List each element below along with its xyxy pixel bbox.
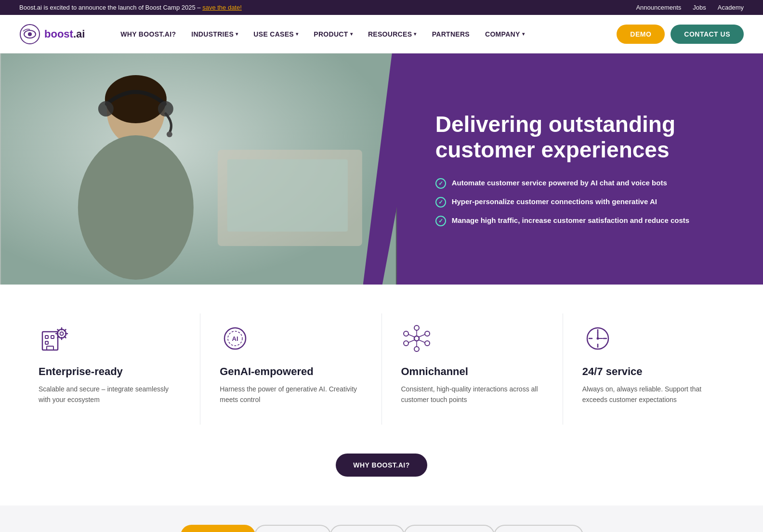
why-section: WHY BOOST.AI? <box>0 444 763 506</box>
svg-point-10 <box>167 131 172 137</box>
check-icon-2 <box>435 197 446 208</box>
resources-chevron: ▾ <box>414 31 416 37</box>
nav-resources[interactable]: RESOURCES ▾ <box>361 26 423 42</box>
use-cases-chevron: ▾ <box>296 31 298 37</box>
nav-company[interactable]: COMPANY ▾ <box>478 26 531 42</box>
svg-point-33 <box>425 331 430 336</box>
product-chevron: ▾ <box>350 31 353 37</box>
svg-point-32 <box>414 325 419 330</box>
svg-point-51 <box>596 337 599 340</box>
logo[interactable]: boost.ai <box>19 24 85 45</box>
svg-rect-15 <box>51 336 54 338</box>
feature-desc-enterprise: Scalable and secure – integrate seamless… <box>39 384 181 405</box>
nav-use-cases[interactable]: USE CASES ▾ <box>247 26 305 42</box>
demo-button[interactable]: DEMO <box>617 25 665 44</box>
svg-point-37 <box>404 331 408 336</box>
svg-point-35 <box>414 347 419 351</box>
announcement-text: Boost.ai is excited to announce the laun… <box>19 4 242 11</box>
hero-point-2: Hyper-personalize customer connections w… <box>435 196 734 208</box>
svg-text:AI: AI <box>232 335 238 342</box>
svg-rect-13 <box>42 332 58 350</box>
feature-title-service: 24/7 service <box>582 365 724 378</box>
announcements-link[interactable]: Announcements <box>636 4 681 11</box>
svg-line-42 <box>408 340 414 343</box>
feature-enterprise: Enterprise-ready Scalable and secure – i… <box>19 313 200 425</box>
nav-why-boost[interactable]: WHY BOOST.AI? <box>114 26 183 42</box>
top-nav-links: Announcements Jobs Academy <box>636 4 744 11</box>
svg-rect-14 <box>45 336 48 338</box>
network-icon <box>401 323 432 354</box>
feature-desc-omnichannel: Consistent, high-quality interactions ac… <box>401 384 543 405</box>
feature-service: 24/7 service Always on, always reliable.… <box>563 313 744 425</box>
tab-use-cases[interactable]: USE CASES <box>254 525 331 532</box>
building-gear-icon <box>39 323 69 354</box>
hero-person-image <box>0 53 397 285</box>
nav-partners[interactable]: PARTNERS <box>425 26 476 42</box>
hero-section: Delivering outstanding customer experien… <box>0 53 763 285</box>
feature-genai: AI GenAI-empowered Harness the power of … <box>200 313 382 425</box>
academy-link[interactable]: Academy <box>718 4 744 11</box>
feature-title-genai: GenAI-empowered <box>220 365 362 378</box>
svg-point-36 <box>404 341 408 346</box>
feature-title-enterprise: Enterprise-ready <box>39 365 181 378</box>
logo-icon <box>19 24 40 45</box>
svg-line-43 <box>408 335 414 337</box>
feature-omnichannel: Omnichannel Consistent, high-quality int… <box>382 313 563 425</box>
svg-point-7 <box>78 135 194 280</box>
industries-chevron: ▾ <box>236 31 238 37</box>
features-section: Enterprise-ready Scalable and secure – i… <box>0 285 763 444</box>
hero-title: Delivering outstanding customer experien… <box>435 112 734 163</box>
hero-points: Automate customer service powered by AI … <box>435 178 734 226</box>
contact-button[interactable]: CONTACT US <box>671 25 744 44</box>
nav-buttons: DEMO CONTACT US <box>617 25 744 44</box>
svg-point-2 <box>28 32 32 36</box>
feature-title-omnichannel: Omnichannel <box>401 365 543 378</box>
clock-icon <box>582 323 613 354</box>
tab-generative-ai[interactable]: GENERATIVE AI <box>404 525 495 532</box>
announcement-bar: Boost.ai is excited to announce the laun… <box>0 0 763 15</box>
feature-desc-genai: Harness the power of generative AI. Crea… <box>220 384 362 405</box>
svg-point-31 <box>414 336 419 341</box>
hero-background <box>0 53 397 285</box>
tabs-row: CHANNELS USE CASES PLATFORM GENERATIVE A… <box>181 525 583 532</box>
nav-links: WHY BOOST.AI? INDUSTRIES ▾ USE CASES ▾ P… <box>114 26 617 42</box>
hero-point-3: Manage high traffic, increase customer s… <box>435 215 734 226</box>
svg-point-8 <box>98 101 114 117</box>
ai-circle-icon: AI <box>220 323 250 354</box>
feature-desc-service: Always on, always reliable. Support that… <box>582 384 724 405</box>
check-icon-1 <box>435 178 446 189</box>
hero-illustration <box>0 53 397 285</box>
announcement-link[interactable]: save the date! <box>202 4 242 11</box>
navbar: boost.ai WHY BOOST.AI? INDUSTRIES ▾ USE … <box>0 15 763 53</box>
logo-text: boost.ai <box>44 28 85 40</box>
nav-product[interactable]: PRODUCT ▾ <box>307 26 359 42</box>
nav-industries[interactable]: INDUSTRIES ▾ <box>184 26 245 42</box>
tab-integrations[interactable]: INTEGRATIONS <box>494 525 583 532</box>
svg-line-39 <box>419 335 425 337</box>
check-icon-3 <box>435 216 446 226</box>
svg-rect-16 <box>45 341 48 344</box>
company-chevron: ▾ <box>522 31 525 37</box>
hero-content: Delivering outstanding customer experien… <box>397 53 763 285</box>
tabs-section: CHANNELS USE CASES PLATFORM GENERATIVE A… <box>0 506 763 532</box>
tab-platform[interactable]: PLATFORM <box>330 525 404 532</box>
tab-channels[interactable]: CHANNELS <box>181 525 255 532</box>
hero-image <box>0 53 397 285</box>
svg-point-34 <box>425 341 430 346</box>
svg-point-19 <box>60 332 64 336</box>
svg-rect-12 <box>227 159 348 232</box>
why-boost-button[interactable]: WHY BOOST.AI? <box>336 454 427 477</box>
hero-point-1: Automate customer service powered by AI … <box>435 178 734 189</box>
jobs-link[interactable]: Jobs <box>693 4 706 11</box>
svg-line-40 <box>419 340 425 343</box>
